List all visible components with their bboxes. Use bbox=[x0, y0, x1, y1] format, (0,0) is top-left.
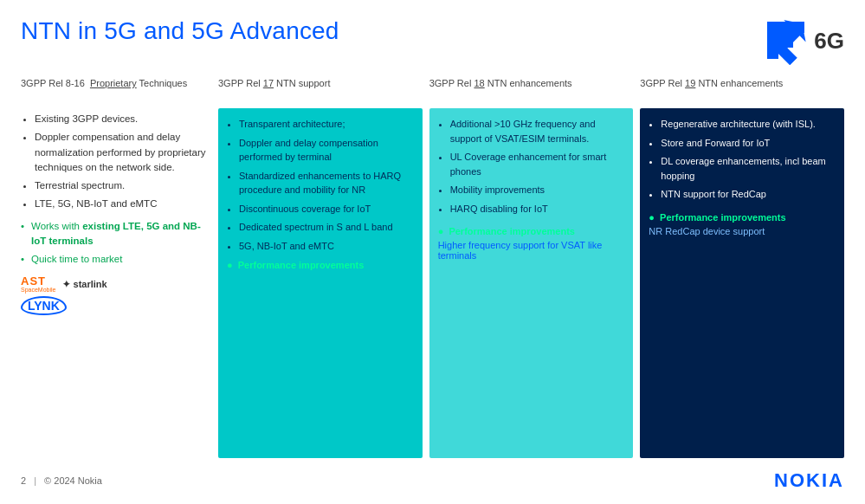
list-item: LTE, 5G, NB-IoT and eMTC bbox=[35, 197, 211, 211]
list-item: Discontinuous coverage for IoT bbox=[239, 202, 414, 216]
header: NTN in 5G and 5G Advanced 6G bbox=[21, 17, 844, 65]
list-item: Doppler and delay compensation performed… bbox=[239, 136, 414, 165]
footer-left: 2 | © 2024 Nokia bbox=[21, 475, 102, 486]
col4-body: Regenerative architecture (with ISL). St… bbox=[640, 108, 844, 458]
col1-bullets: Existing 3GPP devices. Doppler compensat… bbox=[21, 112, 211, 212]
column-1: 3GPP Rel 8-16 Proprietary Techniques Exi… bbox=[21, 77, 211, 458]
column-3: 3GPP Rel 18 NTN enhancements Additional … bbox=[429, 77, 634, 458]
col1-green-bullets: Works with existing LTE, 5G and NB-IoT t… bbox=[21, 219, 211, 268]
footer-copyright: © 2024 Nokia bbox=[44, 475, 102, 486]
slide: NTN in 5G and 5G Advanced 6G 3GPP Rel 8-… bbox=[0, 0, 865, 504]
col2-header: 3GPP Rel 17 NTN support bbox=[218, 77, 423, 101]
col3-body: Additional >10 GHz frequency and support… bbox=[429, 108, 634, 458]
list-item: DL coverage enhancements, incl beam hopp… bbox=[661, 154, 836, 183]
list-item: Regenerative architecture (with ISL). bbox=[661, 117, 836, 132]
page-title: NTN in 5G and 5G Advanced bbox=[21, 17, 339, 45]
logos-section: AST SpaceMobile ✦ starlink LYNK bbox=[21, 275, 211, 315]
col1-body: Existing 3GPP devices. Doppler compensat… bbox=[21, 108, 211, 458]
col2-body: Transparent architecture; Doppler and de… bbox=[218, 108, 423, 458]
arrow-6g-icon bbox=[763, 17, 810, 65]
main-columns: 3GPP Rel 8-16 Proprietary Techniques Exi… bbox=[21, 77, 844, 458]
col3-perf-label: ● Performance improvements bbox=[438, 226, 625, 236]
list-item: Transparent architecture; bbox=[239, 117, 414, 132]
list-item: HARQ disabling for IoT bbox=[450, 202, 625, 216]
list-item: Standardized enhancements to HARQ proced… bbox=[239, 169, 414, 197]
col4-bullets: Regenerative architecture (with ISL). St… bbox=[649, 117, 836, 202]
list-item: UL Coverage enhancement for smart phones bbox=[450, 150, 625, 178]
nokia-logo: NOKIA bbox=[774, 469, 844, 492]
list-item: Mobility improvements bbox=[450, 183, 625, 197]
col3-bullets: Additional >10 GHz frequency and support… bbox=[438, 117, 625, 216]
page-number: 2 bbox=[21, 475, 26, 486]
col4-perf-sub: NR RedCap device support bbox=[649, 226, 836, 236]
footer: 2 | © 2024 Nokia NOKIA bbox=[21, 469, 844, 492]
list-item: NTN support for RedCap bbox=[661, 187, 836, 202]
col1-header: 3GPP Rel 8-16 Proprietary Techniques bbox=[21, 77, 211, 101]
corner-badge: 6G bbox=[763, 17, 844, 65]
lynk-logo: LYNK bbox=[21, 296, 67, 315]
logo-row-1: AST SpaceMobile ✦ starlink bbox=[21, 275, 211, 293]
list-item: 5G, NB-IoT and eMTC bbox=[239, 239, 414, 254]
col2-bullets: Transparent architecture; Doppler and de… bbox=[227, 117, 414, 253]
col3-header: 3GPP Rel 18 NTN enhancements bbox=[429, 77, 634, 101]
col2-perf-label: ● Performance improvements bbox=[227, 260, 414, 270]
col3-perf-sub: Higher frequency support for VSAT like t… bbox=[438, 240, 625, 261]
list-item: Works with existing LTE, 5G and NB-IoT t… bbox=[21, 219, 211, 249]
footer-divider: | bbox=[34, 475, 36, 486]
list-item: Additional >10 GHz frequency and support… bbox=[450, 117, 625, 145]
col4-header: 3GPP Rel 19 NTN enhancements bbox=[640, 77, 844, 101]
col4-perf-label: ● Performance improvements bbox=[649, 212, 836, 223]
list-item: Dedicated spectrum in S and L band bbox=[239, 220, 414, 235]
list-item: Quick time to market bbox=[21, 252, 211, 267]
list-item: Store and Forward for IoT bbox=[661, 136, 836, 151]
badge-6g: 6G bbox=[814, 28, 844, 55]
logo-row-2: LYNK bbox=[21, 296, 211, 315]
starlink-logo: ✦ starlink bbox=[62, 279, 107, 290]
column-4: 3GPP Rel 19 NTN enhancements Regenerativ… bbox=[640, 77, 844, 458]
list-item: Existing 3GPP devices. bbox=[35, 112, 211, 126]
column-2: 3GPP Rel 17 NTN support Transparent arch… bbox=[218, 77, 423, 458]
ast-logo: AST SpaceMobile bbox=[21, 275, 55, 293]
list-item: Doppler compensation and delay normaliza… bbox=[35, 130, 211, 175]
list-item: Terrestrial spectrum. bbox=[35, 178, 211, 193]
